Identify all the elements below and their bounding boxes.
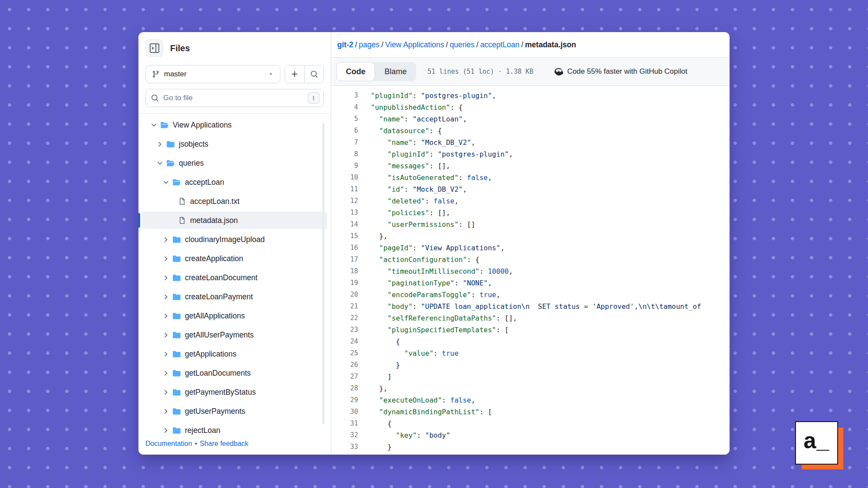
tree-folder-getAllApplications[interactable]: getAllApplications: [142, 307, 327, 324]
copilot-banner[interactable]: Code 55% faster with GitHub Copilot: [554, 67, 687, 76]
tree-item-label: getAllUserPayments: [185, 331, 254, 340]
breadcrumb-segment-queries[interactable]: queries: [450, 40, 474, 49]
chevron-down-icon: [268, 71, 274, 77]
logo-text: a_: [804, 427, 830, 459]
tree-folder-createLoanPayment[interactable]: createLoanPayment: [142, 288, 327, 305]
tree-file-acceptLoan.txt[interactable]: acceptLoan.txt: [142, 193, 327, 210]
line-content: ]: [362, 371, 730, 383]
chevron-spacer: [168, 198, 176, 205]
line-number[interactable]: 32: [331, 429, 362, 441]
tree-folder-acceptLoan[interactable]: acceptLoan: [142, 174, 327, 191]
code-blame-switcher: CodeBlame: [336, 62, 416, 81]
code-line: 9 "messages": [],: [331, 160, 730, 172]
footer-separator: •: [195, 440, 197, 447]
line-number[interactable]: 25: [331, 347, 362, 359]
line-number[interactable]: 12: [331, 195, 362, 207]
line-number[interactable]: 11: [331, 183, 362, 195]
line-number[interactable]: 17: [331, 254, 362, 265]
collapse-sidebar-button[interactable]: [145, 39, 164, 57]
breadcrumb-separator: /: [521, 40, 523, 49]
folder-icon: [172, 370, 181, 377]
line-content: "name": "acceptLoan",: [362, 113, 730, 125]
tree-file-metadata.json[interactable]: metadata.json: [142, 212, 327, 229]
documentation-link[interactable]: Documentation: [145, 440, 192, 447]
go-to-file-input[interactable]: Go to file t: [145, 89, 324, 107]
branch-selector[interactable]: master: [145, 65, 280, 83]
line-content: "deleted": false,: [362, 195, 730, 207]
line-number[interactable]: 18: [331, 265, 362, 277]
tree-folder-jsobjects[interactable]: jsobjects: [142, 135, 327, 153]
tree-folder-createApplication[interactable]: createApplication: [142, 250, 327, 267]
chevron-right-icon: [162, 274, 170, 282]
line-number[interactable]: 15: [331, 230, 362, 242]
line-number[interactable]: 10: [331, 172, 362, 183]
breadcrumb-segment-metadata.json: metadata.json: [525, 40, 576, 49]
line-number[interactable]: 20: [331, 289, 362, 301]
line-number[interactable]: 16: [331, 242, 362, 254]
chevron-right-icon: [162, 427, 170, 434]
line-number[interactable]: 19: [331, 277, 362, 289]
share-feedback-link[interactable]: Share feedback: [200, 440, 248, 447]
sidebar-scrollbar[interactable]: [322, 123, 325, 424]
tree-folder-getLoanDocuments[interactable]: getLoanDocuments: [142, 364, 327, 382]
line-number[interactable]: 28: [331, 383, 362, 394]
line-number[interactable]: 4: [331, 102, 362, 113]
line-content: "isAutoGenerated": false,: [362, 172, 730, 183]
chevron-right-icon: [162, 331, 170, 339]
tree-folder-getAllUserPayments[interactable]: getAllUserPayments: [142, 326, 327, 344]
tree-folder-cloudinaryImageUpload[interactable]: cloudinaryImageUpload: [142, 231, 327, 248]
code-line: 16 "pageId": "View Applications",: [331, 242, 730, 254]
line-number[interactable]: 33: [331, 441, 362, 453]
chevron-right-icon: [156, 141, 164, 148]
folder-icon: [172, 312, 181, 320]
line-number[interactable]: 6: [331, 125, 362, 137]
line-content: "policies": [],: [362, 207, 730, 219]
breadcrumb-segment-pages[interactable]: pages: [359, 40, 380, 49]
tree-folder-rejectLoan[interactable]: rejectLoan: [142, 422, 327, 436]
tab-blame[interactable]: Blame: [375, 62, 416, 81]
line-number[interactable]: 8: [331, 148, 362, 160]
line-number[interactable]: 5: [331, 113, 362, 125]
tree-folder-getUserPayments[interactable]: getUserPayments: [142, 403, 327, 420]
line-number[interactable]: 31: [331, 418, 362, 429]
code-line: 22 "selfReferencingDataPaths": [],: [331, 312, 730, 324]
chevron-right-icon: [162, 293, 170, 301]
line-number[interactable]: 13: [331, 207, 362, 219]
line-number[interactable]: 27: [331, 371, 362, 383]
branch-name: master: [164, 70, 187, 79]
line-number[interactable]: 21: [331, 301, 362, 312]
line-content: {: [362, 418, 730, 429]
tree-folder-getApplications[interactable]: getApplications: [142, 345, 327, 363]
code-line: 17 "actionConfiguration": {: [331, 254, 730, 265]
line-content: "pluginId": "postgres-plugin",: [362, 90, 730, 102]
tab-code[interactable]: Code: [336, 62, 375, 81]
tree-item-label: getUserPayments: [185, 407, 245, 416]
search-tree-button[interactable]: [304, 66, 323, 83]
breadcrumb: git-2/pages/View Applications/queries/ac…: [331, 32, 730, 58]
line-number[interactable]: 22: [331, 312, 362, 324]
tree-folder-queries[interactable]: queries: [142, 154, 327, 172]
breadcrumb-segment-git-2[interactable]: git-2: [337, 40, 353, 49]
tree-folder-createLoanDocument[interactable]: createLoanDocument: [142, 269, 327, 286]
line-number[interactable]: 23: [331, 324, 362, 336]
line-number[interactable]: 29: [331, 394, 362, 406]
chevron-down-icon: [150, 121, 158, 129]
tree-item-label: createLoanPayment: [185, 292, 253, 301]
folder-icon: [172, 408, 181, 415]
line-number[interactable]: 3: [331, 90, 362, 102]
folder-icon: [172, 331, 181, 339]
code-panel: git-2/pages/View Applications/queries/ac…: [331, 32, 730, 455]
line-number[interactable]: 24: [331, 336, 362, 347]
breadcrumb-segment-View Applications[interactable]: View Applications: [385, 40, 444, 49]
tree-folder-getPaymentByStatus[interactable]: getPaymentByStatus: [142, 383, 327, 401]
line-number[interactable]: 9: [331, 160, 362, 172]
chevron-down-icon: [156, 160, 164, 167]
tree-folder-View Applications[interactable]: View Applications: [142, 116, 327, 134]
line-number[interactable]: 30: [331, 406, 362, 418]
breadcrumb-segment-acceptLoan[interactable]: acceptLoan: [480, 40, 519, 49]
code-line: 26 }: [331, 359, 730, 371]
line-number[interactable]: 26: [331, 359, 362, 371]
add-file-button[interactable]: [285, 66, 304, 83]
line-number[interactable]: 14: [331, 219, 362, 230]
line-number[interactable]: 7: [331, 137, 362, 148]
